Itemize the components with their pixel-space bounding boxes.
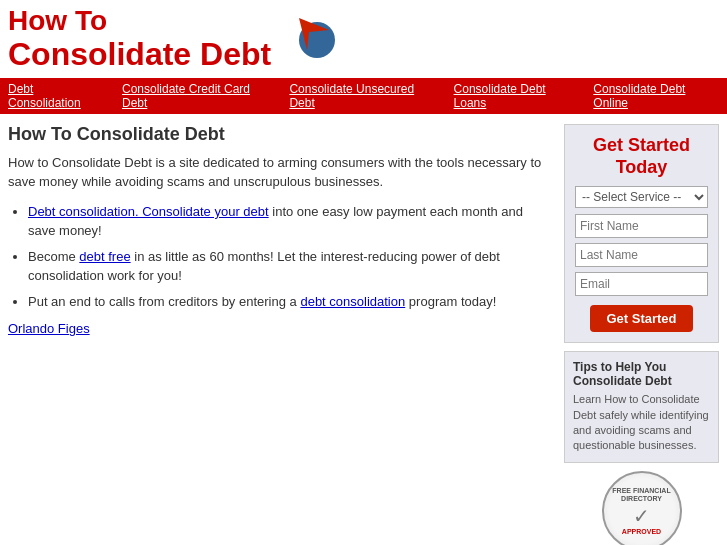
badge-container: FREE FINANCIAL DIRECTORY ✓ APPROVED — [564, 471, 719, 545]
badge-checkmark: ✓ — [633, 504, 650, 528]
bullet-link-3[interactable]: debt consolidation — [300, 294, 405, 309]
tips-box: Tips to Help You Consolidate Debt Learn … — [564, 351, 719, 463]
list-item: Put an end to calls from creditors by en… — [28, 292, 554, 312]
list-item: Debt consolidation. Consolidate your deb… — [28, 202, 554, 241]
email-input[interactable] — [575, 272, 708, 296]
get-started-button[interactable]: Get Started — [590, 305, 692, 332]
navbar: Debt Consolidation Consolidate Credit Ca… — [0, 78, 727, 114]
bullet-pre-3: Put an end to calls from creditors by en… — [28, 294, 300, 309]
bullet-link-2[interactable]: debt free — [79, 249, 130, 264]
nav-unsecured[interactable]: Consolidate Unsecured Debt — [289, 82, 437, 110]
bullet-list: Debt consolidation. Consolidate your deb… — [28, 202, 554, 312]
author-link[interactable]: Orlando Figes — [8, 321, 90, 336]
logo-line2: Consolidate Debt — [8, 37, 271, 72]
bullet-link-1[interactable]: Debt consolidation. Consolidate your deb… — [28, 204, 269, 219]
select-service-dropdown[interactable]: -- Select Service -- — [575, 186, 708, 208]
left-content: How To Consolidate Debt How to Consolida… — [8, 124, 554, 545]
first-name-input[interactable] — [575, 214, 708, 238]
right-sidebar: Get Started Today -- Select Service -- G… — [564, 124, 719, 545]
nav-loans[interactable]: Consolidate Debt Loans — [454, 82, 578, 110]
nav-online[interactable]: Consolidate Debt Online — [593, 82, 719, 110]
main-content: How To Consolidate Debt How to Consolida… — [0, 114, 727, 545]
badge: FREE FINANCIAL DIRECTORY ✓ APPROVED — [602, 471, 682, 545]
nav-credit-card[interactable]: Consolidate Credit Card Debt — [122, 82, 273, 110]
list-item: Become debt free in as little as 60 mont… — [28, 247, 554, 286]
logo: How To Consolidate Debt — [8, 6, 271, 72]
logo-icon — [279, 10, 339, 68]
last-name-input[interactable] — [575, 243, 708, 267]
bullet-post-3: program today! — [409, 294, 496, 309]
badge-approved: APPROVED — [622, 528, 661, 535]
badge-text: FREE FINANCIAL DIRECTORY — [604, 487, 680, 504]
nav-debt-consolidation[interactable]: Debt Consolidation — [8, 82, 106, 110]
get-started-box: Get Started Today -- Select Service -- G… — [564, 124, 719, 343]
logo-line1: How To — [8, 6, 271, 37]
select-service-wrapper: -- Select Service -- — [575, 186, 708, 208]
bullet-pre-2: Become — [28, 249, 79, 264]
header: How To Consolidate Debt — [0, 0, 727, 78]
get-started-title: Get Started Today — [575, 135, 708, 178]
tips-title: Tips to Help You Consolidate Debt — [573, 360, 710, 388]
page-title: How To Consolidate Debt — [8, 124, 554, 145]
tips-text: Learn How to Consolidate Debt safely whi… — [573, 392, 710, 454]
intro-text: How to Consolidate Debt is a site dedica… — [8, 153, 554, 192]
